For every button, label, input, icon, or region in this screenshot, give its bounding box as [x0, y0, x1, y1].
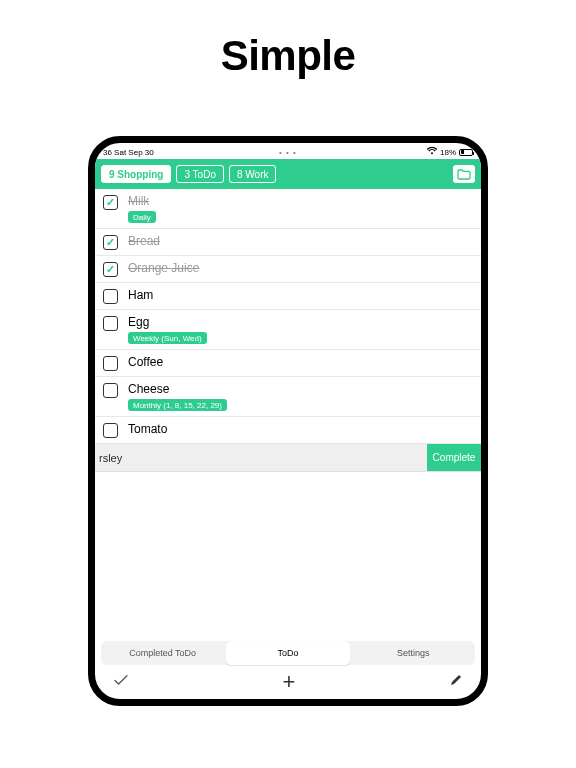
checkbox[interactable]	[103, 235, 118, 250]
complete-action[interactable]: Complete	[427, 444, 481, 471]
device-frame: 36 Sat Sep 30 • • • 18% 9 Shopping3 ToDo…	[88, 136, 488, 706]
bottom-segments: Completed ToDoToDoSettings	[101, 641, 475, 665]
status-time: 36 Sat Sep 30	[103, 148, 154, 157]
status-bar: 36 Sat Sep 30 • • • 18%	[95, 143, 481, 159]
checkbox[interactable]	[103, 356, 118, 371]
add-button[interactable]: +	[283, 669, 296, 695]
checkbox[interactable]	[103, 423, 118, 438]
filter-tab-2[interactable]: 8 Work	[229, 165, 277, 183]
checkbox[interactable]	[103, 262, 118, 277]
list-item[interactable]: Ham	[95, 283, 481, 310]
checkbox[interactable]	[103, 289, 118, 304]
list-item[interactable]: Tomato	[95, 417, 481, 444]
todo-list: MilkDailyBreadOrange JuiceHamEggWeekly (…	[95, 189, 481, 641]
folder-button[interactable]	[453, 165, 475, 183]
filter-tab-0[interactable]: 9 Shopping	[101, 165, 171, 183]
checkmark-button[interactable]	[113, 672, 129, 692]
item-label: Tomato	[128, 422, 167, 436]
list-item[interactable]: EggWeekly (Sun, Wed)	[95, 310, 481, 350]
swiped-item-label: rsley	[95, 444, 427, 471]
item-label: Milk	[128, 194, 156, 208]
segment-todo[interactable]: ToDo	[226, 641, 349, 665]
swiped-item[interactable]: rsleyComplete	[95, 444, 481, 472]
status-right: 18%	[427, 147, 473, 157]
item-label: Coffee	[128, 355, 163, 369]
edit-button[interactable]	[449, 673, 463, 691]
filter-tab-1[interactable]: 3 ToDo	[176, 165, 224, 183]
checkbox[interactable]	[103, 316, 118, 331]
wifi-icon	[427, 147, 437, 157]
list-item[interactable]: Orange Juice	[95, 256, 481, 283]
list-item[interactable]: Coffee	[95, 350, 481, 377]
list-item[interactable]: Bread	[95, 229, 481, 256]
checkbox[interactable]	[103, 383, 118, 398]
item-label: Cheese	[128, 382, 227, 396]
page-title: Simple	[0, 32, 576, 80]
battery-pct: 18%	[440, 148, 456, 157]
checkbox[interactable]	[103, 195, 118, 210]
battery-icon	[459, 149, 473, 156]
recurrence-tag: Daily	[128, 211, 156, 223]
list-item[interactable]: CheeseMonthly (1, 8, 15, 22, 29)	[95, 377, 481, 417]
list-item[interactable]: MilkDaily	[95, 189, 481, 229]
segment-completed-todo[interactable]: Completed ToDo	[101, 641, 224, 665]
screen: 36 Sat Sep 30 • • • 18% 9 Shopping3 ToDo…	[95, 143, 481, 699]
top-bar: 9 Shopping3 ToDo8 Work	[95, 159, 481, 189]
item-label: Ham	[128, 288, 153, 302]
item-label: Orange Juice	[128, 261, 199, 275]
segment-settings[interactable]: Settings	[352, 641, 475, 665]
recurrence-tag: Weekly (Sun, Wed)	[128, 332, 207, 344]
recurrence-tag: Monthly (1, 8, 15, 22, 29)	[128, 399, 227, 411]
toolbar: +	[95, 665, 481, 699]
battery-fill	[461, 150, 464, 154]
item-label: Bread	[128, 234, 160, 248]
status-dots: • • •	[279, 148, 297, 157]
item-label: Egg	[128, 315, 207, 329]
